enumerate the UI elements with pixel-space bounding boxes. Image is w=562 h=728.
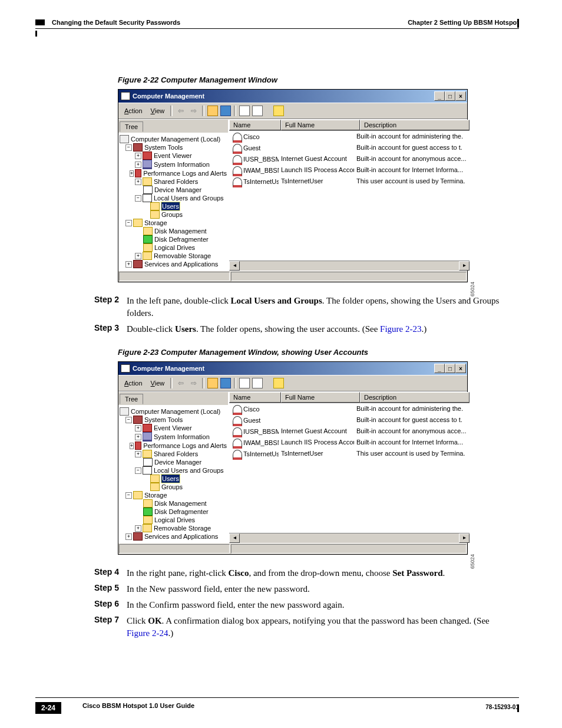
col-name[interactable]: Name — [229, 120, 281, 130]
minimize-button[interactable]: _ — [434, 91, 445, 101]
col-description[interactable]: Description — [360, 392, 470, 403]
user-row[interactable]: Guest Built-in account for guest access … — [230, 143, 468, 154]
tree-node[interactable]: Disk Defragmenter — [120, 235, 227, 243]
back-button[interactable]: ⇦ — [175, 377, 187, 389]
tree-node[interactable]: +System Information — [120, 432, 227, 442]
titlebar[interactable]: Computer Management _ □ × — [118, 362, 467, 375]
tree-node[interactable]: Device Manager — [120, 186, 227, 194]
tree-node[interactable]: +Shared Folders — [120, 177, 227, 186]
expand-icon[interactable]: − — [125, 144, 132, 151]
user-row[interactable]: TsInternetUser TsInternetUserThis user a… — [230, 449, 468, 460]
tree-tab[interactable]: Tree — [120, 121, 143, 132]
expand-icon[interactable]: + — [135, 434, 141, 440]
col-fullname[interactable]: Full Name — [281, 392, 360, 403]
tree-node[interactable]: Device Manager — [120, 458, 227, 466]
tree-node[interactable]: +System Information — [120, 160, 227, 169]
scroll-left-icon[interactable]: ◂ — [229, 533, 240, 543]
expand-icon[interactable]: + — [135, 451, 141, 457]
tree-node[interactable]: +Event Viewer — [120, 424, 227, 432]
user-row[interactable]: Guest Built-in account for guest access … — [230, 416, 468, 427]
scroll-right-icon[interactable]: ▸ — [459, 533, 470, 543]
expand-icon[interactable]: + — [130, 443, 134, 449]
tree-node-root[interactable]: Computer Management (Local) — [120, 135, 227, 143]
tree-node[interactable]: +Event Viewer — [120, 151, 227, 160]
tree-node-root[interactable]: Computer Management (Local) — [120, 407, 227, 416]
column-headers[interactable]: Name Full Name Description — [229, 120, 470, 131]
up-button[interactable] — [207, 377, 219, 389]
tree-node[interactable]: Logical Drives — [120, 516, 227, 524]
show-hide-button[interactable] — [220, 377, 232, 389]
expand-icon[interactable]: + — [135, 525, 141, 532]
export-button[interactable] — [252, 377, 263, 389]
forward-button[interactable]: ⇨ — [188, 105, 200, 117]
close-button[interactable]: × — [455, 364, 466, 373]
tree-node[interactable]: +Services and Applications — [120, 532, 227, 541]
expand-icon[interactable]: − — [125, 220, 132, 226]
expand-icon[interactable]: + — [130, 170, 134, 177]
horizontal-scrollbar[interactable]: ◂ ▸ — [229, 533, 470, 543]
refresh-button[interactable] — [239, 105, 250, 117]
expand-icon[interactable]: − — [135, 467, 141, 474]
show-hide-button[interactable] — [220, 105, 232, 117]
expand-icon[interactable]: + — [135, 253, 141, 259]
tree-node[interactable]: +Performance Logs and Alerts — [120, 169, 227, 177]
figure-link[interactable]: Figure 2-23 — [380, 324, 421, 334]
back-button[interactable]: ⇦ — [175, 105, 187, 117]
user-row[interactable]: IWAM_BBSM Launch IIS Process AccountBuil… — [230, 438, 468, 449]
titlebar[interactable]: Computer Management _ □ × — [118, 90, 467, 103]
tree-node[interactable]: +Performance Logs and Alerts — [120, 442, 227, 450]
expand-icon[interactable]: + — [135, 425, 141, 431]
up-button[interactable] — [207, 105, 219, 117]
help-button[interactable] — [273, 377, 285, 389]
refresh-button[interactable] — [239, 377, 250, 389]
close-button[interactable]: × — [455, 91, 466, 101]
tree-node[interactable]: Logical Drives — [120, 243, 227, 252]
maximize-button[interactable]: □ — [445, 91, 455, 101]
tree-node[interactable]: +Removable Storage — [120, 252, 227, 260]
user-row[interactable]: IUSR_BBSM Internet Guest AccountBuilt-in… — [230, 427, 468, 438]
export-button[interactable] — [252, 105, 263, 117]
scroll-left-icon[interactable]: ◂ — [229, 261, 240, 271]
tree-node[interactable]: Disk Management — [120, 499, 227, 508]
menu-action[interactable]: Action — [121, 106, 146, 116]
tree-node-users[interactable]: Users — [120, 475, 227, 483]
user-row[interactable]: IWAM_BBSM Launch IIS Process AccountBuil… — [230, 166, 468, 177]
col-fullname[interactable]: Full Name — [281, 120, 360, 130]
expand-icon[interactable]: + — [135, 179, 141, 185]
tree-node[interactable]: Disk Defragmenter — [120, 508, 227, 516]
column-headers[interactable]: Name Full Name Description — [229, 392, 470, 403]
col-description[interactable]: Description — [360, 120, 470, 130]
expand-icon[interactable]: − — [135, 195, 141, 202]
expand-icon[interactable]: − — [125, 492, 132, 499]
help-button[interactable] — [273, 105, 285, 117]
user-row[interactable]: IUSR_BBSM Internet Guest AccountBuilt-in… — [230, 154, 468, 166]
scroll-right-icon[interactable]: ▸ — [459, 261, 470, 271]
minimize-button[interactable]: _ — [434, 364, 445, 373]
expand-icon[interactable]: + — [135, 153, 141, 159]
forward-button[interactable]: ⇨ — [188, 377, 200, 389]
tree-node[interactable]: −Local Users and Groups — [120, 466, 227, 475]
tree-node-groups[interactable]: Groups — [120, 483, 227, 491]
tree-node[interactable]: +Shared Folders — [120, 450, 227, 458]
tree-node[interactable]: +Removable Storage — [120, 524, 227, 532]
horizontal-scrollbar[interactable]: ◂ ▸ — [229, 261, 470, 271]
col-name[interactable]: Name — [229, 392, 281, 403]
expand-icon[interactable]: + — [135, 162, 141, 168]
expand-icon[interactable]: + — [125, 533, 132, 540]
user-row[interactable]: TsInternetUser TsInternetUserThis user a… — [230, 177, 468, 188]
user-row[interactable]: Cisco Built-in account for administering… — [230, 132, 468, 143]
user-row[interactable]: Cisco Built-in account for administering… — [230, 404, 468, 416]
tree-node[interactable]: +Services and Applications — [120, 260, 227, 268]
tree-node[interactable]: Disk Management — [120, 227, 227, 235]
tree-node[interactable]: −Storage — [120, 491, 227, 499]
figure-link[interactable]: Figure 2-24 — [127, 628, 168, 638]
menu-action[interactable]: Action — [121, 378, 146, 388]
menu-view[interactable]: View — [147, 378, 168, 388]
expand-icon[interactable]: + — [125, 261, 132, 268]
expand-icon[interactable]: − — [125, 417, 132, 423]
tree-node[interactable]: −Storage — [120, 219, 227, 227]
menu-view[interactable]: View — [147, 106, 168, 116]
tree-node-groups[interactable]: Groups — [120, 210, 227, 219]
tree-node[interactable]: −Local Users and Groups — [120, 194, 227, 202]
tree-node[interactable]: −System Tools — [120, 416, 227, 424]
